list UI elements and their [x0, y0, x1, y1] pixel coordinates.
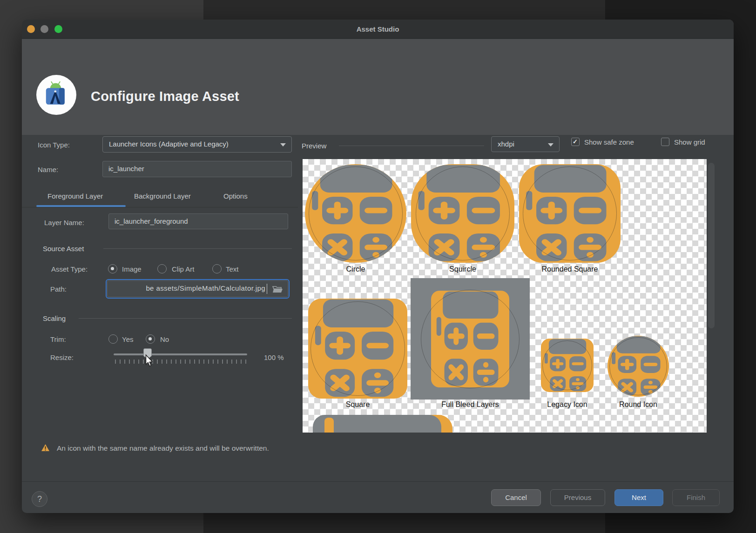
slider-tick: [217, 360, 218, 364]
slider-tick: [189, 360, 190, 364]
preview-icon-label: Rounded Square: [519, 265, 621, 273]
safe-zone-circle: [523, 167, 616, 260]
slider-tick: [208, 360, 209, 364]
preview-icon-circle: [305, 164, 406, 263]
slider-tick: [199, 360, 200, 364]
preview-icon-label: Squircle: [411, 265, 514, 273]
preview-icon-label: Full Bleed Layers: [411, 400, 530, 409]
slider-tick: [203, 360, 204, 364]
path-value: be assets/SimpleMath/Calculator.jpg: [146, 284, 265, 292]
chevron-down-icon: [548, 143, 554, 147]
show-grid-checkbox[interactable]: [661, 138, 669, 146]
slider-tick: [162, 360, 162, 364]
show-safe-zone-checkbox[interactable]: [571, 138, 580, 146]
slider-tick: [194, 360, 195, 364]
path-label: Path:: [50, 285, 67, 293]
slider-tick: [176, 360, 176, 364]
folder-open-icon[interactable]: [272, 285, 284, 293]
trim-yes-label: Yes: [122, 335, 133, 343]
slider-tick: [180, 360, 181, 364]
text-caret: [267, 284, 267, 294]
window-title: Asset Studio: [22, 25, 734, 33]
slider-tick: [129, 360, 130, 364]
name-input[interactable]: ic_launcher: [102, 161, 292, 177]
asset-type-text-radio[interactable]: [212, 264, 222, 273]
warning-text: An icon with the same name already exist…: [57, 444, 269, 453]
help-button[interactable]: ?: [32, 491, 47, 507]
asset-studio-dialog: Asset Studio Configure Image Asset Icon …: [22, 20, 734, 513]
preview-icon-square: [308, 299, 407, 399]
show-safe-zone-label: Show safe zone: [584, 138, 634, 146]
preview-icon-label: Square: [308, 400, 407, 409]
resize-slider-track[interactable]: [114, 353, 247, 355]
next-button[interactable]: Next: [614, 489, 663, 506]
slider-tick: [245, 360, 246, 364]
show-grid-label: Show grid: [674, 138, 705, 146]
resize-label: Resize:: [50, 353, 74, 361]
trim-no-label: No: [160, 335, 169, 343]
trim-yes-radio[interactable]: [108, 334, 118, 344]
preview-icon-label: Legacy Icon: [541, 400, 594, 409]
asset-type-clipart-radio[interactable]: [157, 264, 167, 273]
safe-zone-circle: [421, 290, 520, 388]
cancel-button[interactable]: Cancel: [491, 489, 541, 506]
preview-icon-label: Round Icon: [608, 400, 669, 409]
slider-tick: [231, 360, 232, 364]
footer-divider: [22, 481, 734, 482]
slider-tick: [227, 360, 228, 364]
slider-tick: [185, 360, 186, 364]
slider-tick: [236, 360, 237, 364]
preview-icon-full-bleed-layers: [411, 278, 530, 400]
page-title: Configure Image Asset: [91, 89, 239, 104]
safe-zone-circle: [310, 301, 405, 395]
preview-icon-legacy-icon: [541, 339, 594, 392]
safe-zone-circle: [309, 167, 402, 260]
preview-canvas: Circle Squircle Rounded Square: [303, 159, 707, 433]
layer-name-label: Layer Name:: [44, 219, 84, 227]
preview-icon-round-icon: [608, 336, 669, 397]
dpi-value: xhdpi: [498, 140, 514, 148]
safe-zone-circle: [416, 167, 509, 260]
dpi-combo[interactable]: xhdpi: [491, 136, 560, 152]
tab-foreground-layer[interactable]: Foreground Layer: [47, 192, 103, 200]
icon-type-combo[interactable]: Launcher Icons (Adaptive and Legacy): [102, 136, 292, 153]
slider-tick: [124, 360, 125, 364]
safe-zone-circle: [542, 340, 592, 390]
layer-name-input[interactable]: ic_launcher_foreground: [108, 213, 288, 229]
previous-button[interactable]: Previous: [550, 489, 605, 506]
name-value: ic_launcher: [108, 165, 144, 173]
mouse-cursor-icon: [143, 354, 154, 368]
tab-options[interactable]: Options: [223, 192, 248, 200]
path-input[interactable]: be assets/SimpleMath/Calculator.jpg: [107, 280, 288, 297]
safe-zone-circle: [609, 337, 667, 395]
preview-scrollbar[interactable]: [708, 163, 715, 328]
dialog-header: Configure Image Asset: [22, 39, 734, 135]
asset-type-image-radio[interactable]: [108, 264, 117, 273]
slider-tick: [241, 360, 242, 364]
icon-type-label: Icon Type:: [38, 141, 70, 149]
preview-icon-rounded-square: [519, 164, 621, 263]
slider-tick: [157, 360, 158, 364]
titlebar: Asset Studio: [22, 20, 734, 39]
asset-type-image-label: Image: [122, 265, 142, 273]
slider-tick: [171, 360, 172, 364]
icon-type-value: Launcher Icons (Adaptive and Legacy): [109, 140, 229, 148]
name-label: Name:: [38, 166, 58, 173]
tab-background-layer[interactable]: Background Layer: [134, 192, 191, 200]
asset-type-label: Asset Type:: [51, 265, 88, 273]
preview-icon-label: Circle: [305, 265, 406, 273]
trim-label: Trim:: [50, 335, 66, 343]
slider-tick: [166, 360, 167, 364]
trim-no-radio[interactable]: [146, 334, 155, 344]
scaling-section-label: Scaling: [43, 314, 66, 322]
asset-type-clipart-label: Clip Art: [172, 265, 194, 273]
slider-tick: [213, 360, 214, 364]
layer-name-value: ic_launcher_foreground: [115, 217, 188, 225]
source-asset-section-label: Source Asset: [43, 245, 84, 253]
scaling-rule: [79, 318, 292, 319]
slider-tick: [222, 360, 223, 364]
finish-button[interactable]: Finish: [672, 489, 720, 506]
asset-type-text-label: Text: [226, 265, 239, 273]
preview-rule: [339, 146, 484, 146]
preview-icon-partial: [313, 415, 452, 433]
